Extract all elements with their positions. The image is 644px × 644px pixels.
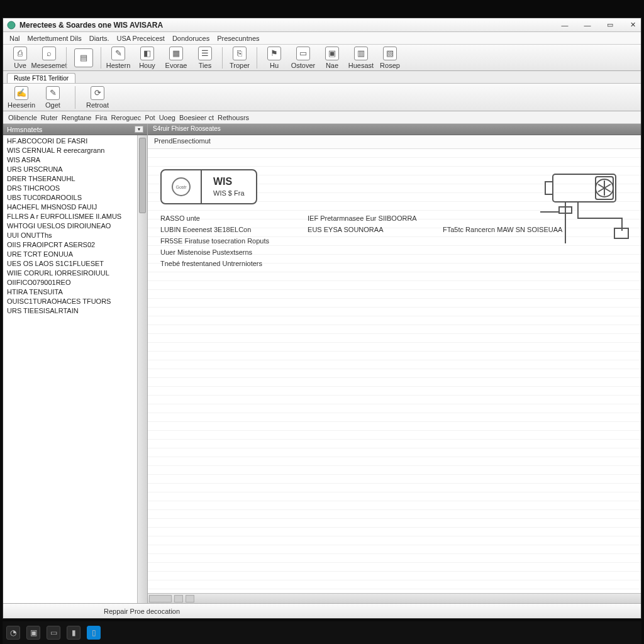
- toolbar-button[interactable]: ✍Heeserin: [7, 86, 36, 109]
- content-link[interactable]: Tnebé frestentaned Untrernioters: [160, 260, 292, 267]
- toolbar-button[interactable]: ▦Evorae: [162, 47, 191, 69]
- toolbar-icon: ▭: [296, 47, 310, 60]
- toolbar-button[interactable]: ✎Hestern: [104, 47, 133, 69]
- toolbar-button[interactable]: ☰Ties: [191, 47, 219, 69]
- maximize-button[interactable]: ▭: [606, 21, 614, 30]
- toolbar-button[interactable]: ⌕Mesesemet: [35, 47, 64, 69]
- tree-item[interactable]: URE TCRT EONUUA: [4, 250, 136, 259]
- toolbar-button[interactable]: ▤: [69, 48, 98, 67]
- breadcrumb-item[interactable]: Fira: [95, 114, 107, 121]
- tree-item[interactable]: HF.ABCOCORI DE FASRI: [4, 136, 136, 146]
- toolbar-icon: ⎘: [233, 47, 247, 60]
- toolbar-icon: ▣: [325, 47, 339, 60]
- menu-item[interactable]: Presecuntnes: [214, 33, 262, 43]
- tree-item[interactable]: UUI ONUTThs: [4, 231, 136, 240]
- tree-header: Hrmsnatets ▾: [3, 124, 147, 135]
- content-link[interactable]: LUBIN Eoeenest 3E18ELCon: [160, 226, 292, 233]
- menu-item[interactable]: USA Preceicest: [114, 33, 167, 43]
- tree-item[interactable]: DRS TIHCROOS: [4, 184, 136, 193]
- taskbar-item[interactable]: ▭: [47, 626, 60, 640]
- tree-item[interactable]: WIS CERNUAL R eerecargrann: [4, 146, 136, 155]
- content-link: [308, 260, 428, 267]
- tree-item[interactable]: FLLRS A r EURFOLLISMEE II.AMUS: [4, 212, 136, 221]
- tree-item[interactable]: HACHEFL MHSNOSD FAUIJ: [4, 203, 136, 212]
- tree-item[interactable]: OIIS FRAOIPCRT ASERS02: [4, 240, 136, 250]
- breadcrumb-item[interactable]: Rengtane: [62, 114, 92, 121]
- content-link[interactable]: FR5SE Firatuse tosecration Roputs: [160, 237, 292, 245]
- toolbar-button[interactable]: ⎙Uve: [6, 47, 35, 69]
- tree-item[interactable]: HTIRA TENSUITA: [4, 287, 136, 297]
- toolbar-button[interactable]: ▣Nae: [318, 47, 347, 69]
- toolbar-label: Ties: [199, 62, 211, 69]
- toolbar-icon: ⎙: [13, 47, 27, 60]
- toolbar-label: Oget: [45, 101, 60, 109]
- tree-header-label: Hrmsnatets: [7, 126, 42, 133]
- tree-dropdown-icon[interactable]: ▾: [135, 126, 143, 133]
- taskbar-item[interactable]: ▯: [87, 626, 101, 640]
- tree-item[interactable]: OUISC1TURAOHACES TFUORS: [4, 297, 136, 306]
- toolbar-icon: ✍: [14, 86, 28, 100]
- toolbar-label: Troper: [230, 62, 250, 69]
- toolbar-separator: [66, 47, 67, 69]
- content-link[interactable]: Uuer Mistenoise Pustextserns: [160, 248, 292, 256]
- status-bar: Reppair Proe decocation: [3, 603, 641, 618]
- toolbar-button[interactable]: ⎘Troper: [225, 47, 254, 69]
- window-title: Merectees & Soardes one WIS AVISARA: [19, 21, 560, 30]
- breadcrumb-item[interactable]: Boesieer ct: [179, 114, 214, 121]
- tree-item[interactable]: URS TIEESISALRTAIN: [4, 306, 136, 316]
- toolbar-button[interactable]: ▧Rosep: [375, 47, 404, 69]
- tree-item[interactable]: URS URSCRUNA: [4, 165, 136, 174]
- tree-item[interactable]: WIS ASRA: [4, 155, 136, 165]
- toolbar-label: Hestern: [106, 62, 131, 69]
- toolbar-button[interactable]: ✎Oget: [38, 86, 67, 109]
- tree-list: HF.ABCOCORI DE FASRIWIS CERNUAL R eereca…: [3, 135, 137, 603]
- page-tab[interactable]: Ruste FT81 Terlitior: [7, 73, 75, 83]
- toolbar-button[interactable]: ⚑Hu: [260, 47, 289, 69]
- breadcrumb-item[interactable]: Rethousrs: [218, 114, 249, 121]
- tree-item[interactable]: UES OS LAOS S1C1FLUESET: [4, 259, 136, 269]
- breadcrumb-item[interactable]: Reroguec: [111, 114, 141, 121]
- tree-scrollbar[interactable]: [137, 135, 147, 603]
- minimize2-button[interactable]: —: [583, 21, 592, 30]
- tree-item[interactable]: DRER THSERANUHL: [4, 174, 136, 184]
- breadcrumb-item[interactable]: Uoeg: [159, 114, 175, 121]
- toolbar-button[interactable]: ◧Houy: [133, 47, 162, 69]
- content-link[interactable]: EUS EYSA SOUNORAA: [308, 226, 428, 233]
- taskbar-item[interactable]: ▣: [26, 626, 40, 640]
- toolbar-separator: [257, 47, 257, 69]
- toolbar-label: Retroat: [86, 101, 109, 109]
- taskbar-item[interactable]: ◔: [6, 626, 20, 640]
- content-h-scrollbar[interactable]: [148, 593, 641, 603]
- breadcrumb-item[interactable]: Pot: [145, 114, 155, 121]
- toolbar-separator: [75, 86, 75, 109]
- toolbar-label: Mesesemet: [31, 62, 67, 69]
- toolbar-label: Huesast: [348, 62, 374, 69]
- brand-ring-icon: Gostr: [172, 177, 191, 196]
- menubar: NalMertettument DilsDiarts.USA Preceices…: [3, 32, 641, 45]
- breadcrumb-item[interactable]: Ruter: [41, 114, 58, 121]
- minimize-button[interactable]: —: [560, 21, 569, 30]
- toolbar-label: Evorae: [165, 62, 187, 69]
- toolbar-label: Hu: [270, 62, 279, 69]
- menu-item[interactable]: Diarts.: [87, 33, 112, 43]
- tree-item[interactable]: OIIFICO079001REO: [4, 278, 136, 287]
- menu-item[interactable]: Mertettument Dils: [25, 33, 84, 43]
- content-link[interactable]: RASSO unte: [160, 214, 292, 222]
- taskbar-item[interactable]: ▮: [67, 626, 80, 640]
- tree-item[interactable]: WHTOGI UESLOS DIROIUNEAO: [4, 221, 136, 231]
- toolbar-icon: ◧: [140, 47, 154, 60]
- toolbar-button[interactable]: ▥Huesast: [347, 47, 375, 69]
- menu-item[interactable]: Dondoruces: [170, 33, 212, 43]
- toolbar-separator: [222, 47, 223, 69]
- toolbar-separator: [101, 47, 101, 69]
- close-button[interactable]: ✕: [628, 21, 637, 30]
- toolbar-button[interactable]: ▭Ostover: [289, 47, 318, 69]
- menu-item[interactable]: Nal: [7, 33, 23, 43]
- tree-item[interactable]: UBS TUC0RDAROOILS: [4, 193, 136, 203]
- tree-item[interactable]: WIIE CORURL IORRESIROIUUL: [4, 269, 136, 278]
- content-link[interactable]: IEF Pretarmnasee Eur SIIBOORRA: [308, 214, 428, 222]
- app-window: Merectees & Soardes one WIS AVISARA — — …: [3, 18, 641, 619]
- toolbar-icon: ⚑: [267, 47, 281, 60]
- toolbar-button[interactable]: ⟳Retroat: [83, 86, 112, 109]
- breadcrumb-item[interactable]: Olibencle: [8, 114, 37, 121]
